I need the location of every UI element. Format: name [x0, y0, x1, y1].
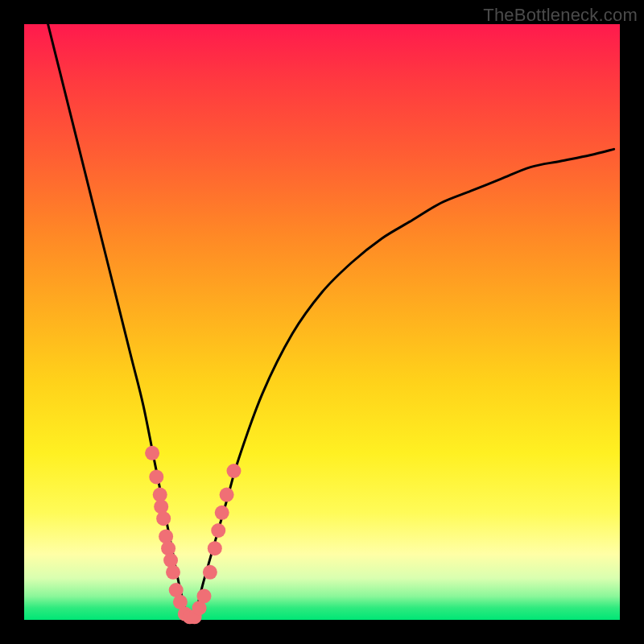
chart-svg: [24, 24, 620, 620]
data-point: [215, 506, 229, 520]
data-point: [226, 464, 241, 478]
plot-area: [24, 24, 620, 620]
data-point: [156, 511, 171, 526]
data-point: [149, 469, 163, 484]
data-point: [208, 541, 222, 555]
data-point: [220, 488, 234, 502]
data-point: [159, 529, 173, 543]
chart-frame: TheBottleneck.com: [0, 0, 644, 644]
data-point-markers: [145, 446, 241, 625]
data-point: [203, 565, 217, 580]
data-point: [154, 499, 168, 514]
data-point: [145, 446, 159, 460]
data-point: [166, 565, 180, 580]
watermark-text: TheBottleneck.com: [483, 5, 638, 26]
data-point: [211, 523, 225, 538]
data-point: [196, 588, 211, 603]
bottleneck-curve: [48, 24, 614, 620]
data-point: [161, 541, 175, 555]
data-point: [163, 553, 178, 568]
